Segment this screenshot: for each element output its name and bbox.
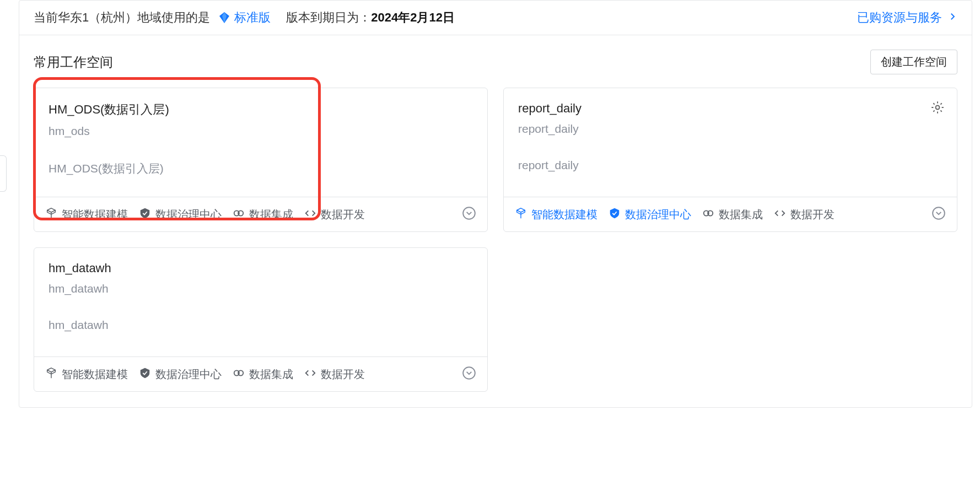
tool-link-label: 数据开发	[321, 207, 365, 222]
workspace-subtitle: hm_ods	[49, 125, 473, 138]
data-integration-icon	[233, 207, 245, 222]
workspace-title: report_daily	[518, 101, 943, 116]
data-integration-link[interactable]: 数据集成	[233, 367, 293, 382]
data-governance-link[interactable]: 数据治理中心	[139, 207, 222, 222]
more-tools-button[interactable]	[931, 206, 946, 223]
tool-link-label: 数据集成	[249, 207, 293, 222]
chevron-right-icon	[947, 10, 957, 25]
data-governance-link[interactable]: 数据治理中心	[139, 367, 222, 382]
tool-link-label: 智能数据建模	[531, 207, 597, 222]
data-develop-icon	[774, 207, 786, 222]
workspace-title: HM_ODS(数据引入层)	[49, 101, 473, 118]
workspace-subtitle: report_daily	[518, 122, 943, 136]
data-modeling-icon	[45, 367, 57, 382]
data-integration-link[interactable]: 数据集成	[702, 207, 763, 222]
workspace-card-footer: 智能数据建模数据治理中心数据集成数据开发	[34, 357, 487, 391]
data-integration-icon	[233, 367, 245, 382]
create-workspace-button[interactable]: 创建工作空间	[870, 50, 957, 74]
workspace-card-footer: 智能数据建模数据治理中心数据集成数据开发	[504, 197, 957, 231]
data-governance-icon	[139, 207, 151, 222]
workspace-card-body: report_dailyreport_dailyreport_daily	[504, 88, 957, 197]
workspace-card-body: HM_ODS(数据引入层)hm_odsHM_ODS(数据引入层)	[34, 88, 487, 197]
workspace-description: hm_datawh	[49, 318, 473, 332]
tool-link-label: 数据治理中心	[155, 207, 222, 222]
data-develop-link[interactable]: 数据开发	[304, 367, 365, 382]
edition-label: 标准版	[234, 9, 271, 26]
tool-link-label: 数据治理中心	[155, 367, 222, 382]
tool-link-label: 数据开发	[321, 367, 365, 382]
workspace-card[interactable]: HM_ODS(数据引入层)hm_odsHM_ODS(数据引入层)智能数据建模数据…	[34, 88, 488, 232]
main-panel: 当前华东1（杭州）地域使用的是 标准版 版本到期日为： 2024年2月12日 已…	[19, 0, 972, 408]
expire-date: 2024年2月12日	[371, 9, 455, 26]
data-develop-link[interactable]: 数据开发	[774, 207, 834, 222]
data-modeling-icon	[515, 207, 527, 222]
workspace-card-body: hm_datawhhm_datawhhm_datawh	[34, 248, 487, 357]
tool-link-label: 数据集成	[249, 367, 293, 382]
workspace-description: HM_ODS(数据引入层)	[49, 161, 473, 176]
data-integration-icon	[702, 207, 714, 222]
tool-link-label: 智能数据建模	[62, 367, 128, 382]
diamond-icon	[218, 11, 231, 24]
data-develop-link[interactable]: 数据开发	[304, 207, 365, 222]
data-integration-link[interactable]: 数据集成	[233, 207, 293, 222]
workspace-title: hm_datawh	[49, 261, 473, 275]
data-develop-icon	[304, 207, 316, 222]
expire-label: 版本到期日为：	[286, 9, 371, 26]
data-governance-link[interactable]: 数据治理中心	[609, 207, 691, 222]
section-title: 常用工作空间	[34, 53, 113, 71]
data-governance-icon	[609, 207, 621, 222]
workspace-card[interactable]: report_dailyreport_dailyreport_daily智能数据…	[503, 88, 957, 232]
workspace-settings-button[interactable]	[930, 100, 945, 117]
workspace-section: 常用工作空间 创建工作空间 HM_ODS(数据引入层)hm_odsHM_ODS(…	[19, 35, 972, 407]
tool-link-label: 智能数据建模	[62, 207, 128, 222]
more-tools-button[interactable]	[462, 366, 476, 382]
workspace-card[interactable]: hm_datawhhm_datawhhm_datawh智能数据建模数据治理中心数…	[34, 247, 488, 392]
side-collapse-tab[interactable]	[0, 155, 7, 192]
data-modeling-icon	[45, 207, 57, 222]
data-governance-icon	[139, 367, 151, 382]
data-develop-icon	[304, 367, 316, 382]
workspace-subtitle: hm_datawh	[49, 282, 473, 295]
data-modeling-link[interactable]: 智能数据建模	[45, 207, 128, 222]
purchased-resources-label: 已购资源与服务	[857, 9, 942, 26]
tool-link-label: 数据治理中心	[625, 207, 691, 222]
workspace-grid: HM_ODS(数据引入层)hm_odsHM_ODS(数据引入层)智能数据建模数据…	[34, 88, 957, 392]
workspace-description: report_daily	[518, 159, 943, 172]
purchased-resources-link[interactable]: 已购资源与服务	[857, 9, 957, 26]
tool-link-label: 数据开发	[790, 207, 834, 222]
data-modeling-link[interactable]: 智能数据建模	[45, 367, 128, 382]
workspace-card-footer: 智能数据建模数据治理中心数据集成数据开发	[34, 197, 487, 231]
tool-link-label: 数据集成	[719, 207, 763, 222]
top-banner: 当前华东1（杭州）地域使用的是 标准版 版本到期日为： 2024年2月12日 已…	[19, 1, 972, 35]
region-text: 当前华东1（杭州）地域使用的是	[34, 9, 210, 26]
data-modeling-link[interactable]: 智能数据建模	[515, 207, 597, 222]
more-tools-button[interactable]	[462, 206, 476, 223]
